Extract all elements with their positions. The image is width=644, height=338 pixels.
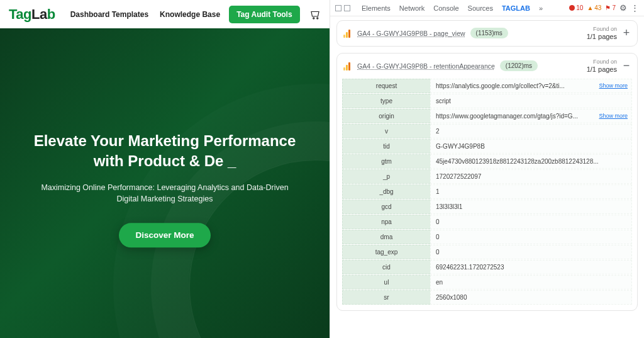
param-value: 0 — [430, 215, 632, 229]
params-table: requesthttps://analytics.google.com/g/co… — [342, 79, 632, 305]
param-row: gcd13l3l3l3l1 — [342, 200, 632, 215]
param-key: request — [342, 79, 430, 93]
show-more-link[interactable]: Show more — [599, 113, 628, 119]
param-row: sr2560x1080 — [342, 290, 632, 305]
settings-icon[interactable]: ⚙ — [619, 3, 627, 13]
param-value: 13l3l3l3l1 — [430, 200, 632, 214]
param-value: 2 — [430, 124, 632, 138]
devtools-badges: 10 ▲43 ⚑7 ⚙ ⋮ — [569, 3, 639, 13]
more-menu-icon[interactable]: ⋮ — [631, 3, 639, 13]
param-row: cid692462231.1720272523 — [342, 260, 632, 275]
param-row: typescript — [342, 94, 632, 109]
param-key: _p — [342, 169, 430, 184]
tag-card: GA4 - G-GWYJ4G9P8B - page_view (1153)ms … — [336, 20, 638, 47]
tag-card-title[interactable]: GA4 - G-GWYJ4G9P8B - retentionAppearance — [357, 62, 495, 70]
param-row: gtm45je4730v880123918z8812243128za200zb8… — [342, 154, 632, 169]
param-key: origin — [342, 109, 430, 123]
tab-taglab[interactable]: TAGLAB — [502, 4, 530, 12]
param-key: gcd — [342, 200, 430, 214]
errors-badge[interactable]: 10 — [569, 4, 583, 11]
ga4-icon — [343, 29, 352, 38]
collapse-toggle[interactable]: − — [622, 59, 631, 72]
param-key: tid — [342, 139, 430, 154]
param-row: tidG-GWYJ4G9P8B — [342, 139, 632, 154]
param-value: 2560x1080 — [430, 290, 632, 305]
hero-title: Elevate Your Marketing Performance with … — [26, 131, 303, 172]
site-topbar: TagLab Dashboard Templates Knowledge Bas… — [0, 0, 330, 28]
param-value: 692462231.1720272523 — [430, 260, 632, 274]
tab-sources[interactable]: Sources — [468, 4, 493, 12]
param-value: 0 — [430, 230, 632, 244]
expand-toggle[interactable]: + — [622, 26, 631, 40]
devtools-tabs: Elements Network Console Sources TAGLAB … — [362, 4, 543, 12]
param-value: G-GWYJ4G9P8B — [430, 139, 632, 154]
param-key: v — [342, 124, 430, 138]
logo-part-c: b — [47, 6, 55, 23]
svg-point-1 — [317, 17, 318, 18]
ga4-icon — [343, 62, 352, 70]
tab-elements[interactable]: Elements — [362, 4, 391, 12]
param-value: https://www.googletagmanager.com/gtag/js… — [430, 109, 632, 123]
tab-console[interactable]: Console — [433, 4, 458, 12]
param-key: _dbg — [342, 184, 430, 199]
param-row: dma0 — [342, 230, 632, 245]
param-value: 1720272522097 — [430, 169, 632, 184]
param-row: tag_exp0 — [342, 245, 632, 260]
show-more-link[interactable]: Show more — [599, 82, 628, 89]
tag-timing-pill: (1153)ms — [470, 28, 508, 38]
tag-card: GA4 - G-GWYJ4G9P8B - retentionAppearance… — [336, 53, 638, 311]
devtools-pane: Elements Network Console Sources TAGLAB … — [330, 0, 644, 338]
tab-network[interactable]: Network — [399, 4, 425, 12]
param-key: type — [342, 94, 430, 108]
site-logo[interactable]: TagLab — [9, 6, 55, 23]
param-key: cid — [342, 260, 430, 274]
found-on: Found on1/1 pages — [587, 59, 617, 74]
site-preview-pane: TagLab Dashboard Templates Knowledge Bas… — [0, 0, 330, 338]
param-key: npa — [342, 215, 430, 229]
param-key: ul — [342, 275, 430, 290]
param-value: 1 — [430, 184, 632, 199]
devtools-tabbar: Elements Network Console Sources TAGLAB … — [330, 0, 644, 16]
tag-card-title[interactable]: GA4 - G-GWYJ4G9P8B - page_view — [357, 30, 465, 37]
svg-point-0 — [313, 17, 314, 18]
nav-dashboard-templates[interactable]: Dashboard Templates — [70, 10, 148, 19]
logo-part-a: Tag — [9, 6, 31, 23]
hero-subtitle: Maximizing Online Performance: Leveragin… — [26, 182, 303, 206]
param-key: tag_exp — [342, 245, 430, 259]
tabs-overflow-icon[interactable]: » — [539, 4, 543, 12]
issues-badge[interactable]: ⚑7 — [605, 4, 616, 11]
inspect-toggle-icon[interactable] — [335, 5, 353, 11]
param-row: originhttps://www.googletagmanager.com/g… — [342, 109, 632, 124]
tag-timing-pill: (1202)ms — [500, 60, 538, 71]
top-nav: Dashboard Templates Knowledge Base — [70, 10, 221, 19]
taglab-panel: GA4 - G-GWYJ4G9P8B - page_view (1153)ms … — [330, 16, 644, 338]
param-row: v2 — [342, 124, 632, 139]
param-value: script — [430, 94, 632, 108]
nav-knowledge-base[interactable]: Knowledge Base — [160, 10, 220, 19]
param-key: dma — [342, 230, 430, 244]
param-row: requesthttps://analytics.google.com/g/co… — [342, 79, 632, 94]
warnings-badge[interactable]: ▲43 — [587, 4, 601, 11]
param-value: https://analytics.google.com/g/collect?v… — [430, 79, 632, 93]
param-value: 0 — [430, 245, 632, 259]
param-key: sr — [342, 290, 430, 305]
discover-more-button[interactable]: Discover More — [119, 223, 210, 247]
param-key: gtm — [342, 154, 430, 169]
tag-audit-tools-button[interactable]: Tag Audit Tools — [229, 6, 299, 23]
cart-icon[interactable] — [309, 9, 321, 20]
param-row: npa0 — [342, 215, 632, 230]
param-value: en — [430, 275, 632, 290]
param-row: ulen — [342, 275, 632, 290]
found-on: Found on1/1 pages — [587, 26, 617, 41]
param-value: 45je4730v880123918z8812243128za200zb8812… — [430, 154, 632, 169]
logo-part-b: La — [31, 6, 47, 23]
param-row: _dbg1 — [342, 184, 632, 200]
hero-section: Elevate Your Marketing Performance with … — [0, 28, 330, 338]
param-row: _p1720272522097 — [342, 169, 632, 184]
